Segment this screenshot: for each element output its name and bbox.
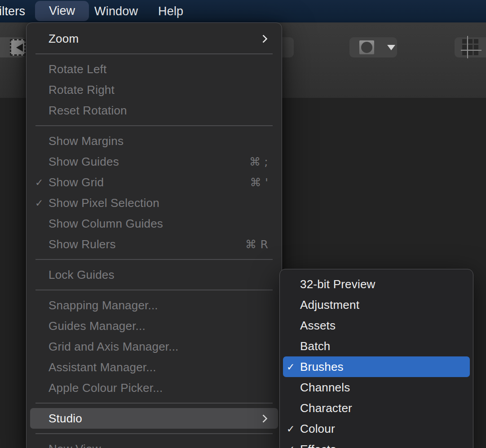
menu-separator	[35, 290, 273, 290]
submenu-item-assets[interactable]: Assets	[280, 315, 473, 336]
menu-separator	[35, 259, 273, 260]
menu-item-label: Assistant Manager...	[49, 360, 156, 374]
menubar-item-help[interactable]: Help	[158, 0, 183, 22]
menu-item-lock-guides[interactable]: Lock Guides	[27, 264, 282, 285]
menu-item-label: Lock Guides	[49, 268, 115, 282]
menu-item-show-grid[interactable]: ✓ Show Grid ⌘ '	[27, 172, 282, 193]
menu-item-label: Studio	[49, 412, 82, 426]
menu-bar: ilters View Window Help	[0, 0, 486, 22]
menu-item-show-guides[interactable]: Show Guides ⌘ ;	[27, 151, 282, 172]
submenu-item-label: Colour	[300, 422, 335, 436]
app-screen: { "menubar": { "items": [ { "label": "il…	[0, 0, 486, 448]
menu-item-label: Rotate Left	[49, 62, 106, 76]
menubar-item-filters[interactable]: ilters	[0, 0, 25, 22]
menu-item-label: Zoom	[49, 32, 79, 46]
film-frame-icon	[10, 39, 26, 56]
checkmark-icon: ✓	[287, 361, 300, 373]
menu-item-label: Apple Colour Picker...	[49, 381, 163, 395]
menu-item-grid-and-axis-manager[interactable]: Grid and Axis Manager...	[27, 336, 282, 357]
checkmark-icon: ✓	[35, 177, 49, 188]
menu-item-label: Show Grid	[49, 176, 104, 189]
dropdown-arrow-icon[interactable]	[387, 45, 395, 50]
studio-submenu: 32-bit Preview Adjustment Assets Batch ✓…	[279, 269, 473, 448]
menu-item-rotate-left[interactable]: Rotate Left	[27, 59, 282, 79]
menu-item-label: Reset Rotation	[49, 104, 127, 118]
submenu-item-label: Character	[300, 401, 352, 415]
submenu-item-adjustment[interactable]: Adjustment	[280, 294, 473, 315]
circle-icon	[361, 42, 372, 53]
mask-thumbnail-icon	[359, 40, 374, 54]
menu-separator	[35, 433, 273, 434]
menu-item-show-margins[interactable]: Show Margins	[27, 131, 282, 151]
submenu-item-label: 32-bit Preview	[300, 277, 376, 291]
submenu-item-effects[interactable]: ✓ Effects	[280, 439, 473, 448]
menu-separator	[35, 53, 273, 54]
submenu-item-character[interactable]: Character	[280, 398, 473, 418]
menu-item-apple-colour-picker[interactable]: Apple Colour Picker...	[27, 378, 282, 398]
film-frame-button[interactable]	[0, 37, 26, 57]
menu-item-label: Snapping Manager...	[49, 299, 158, 312]
menubar-item-window[interactable]: Window	[94, 0, 138, 22]
submenu-chevron-icon	[259, 414, 267, 422]
view-menu: Zoom Rotate Left Rotate Right Reset Rota…	[26, 22, 282, 448]
menu-item-label: Show Pixel Selection	[49, 196, 159, 210]
submenu-item-brushes[interactable]: ✓ Brushes	[283, 356, 470, 377]
menu-item-show-rulers[interactable]: Show Rulers ⌘ R	[27, 234, 282, 255]
shortcut-label: ⌘ ;	[249, 155, 268, 168]
menu-item-show-column-guides[interactable]: Show Column Guides	[27, 213, 282, 234]
submenu-item-label: Assets	[300, 319, 336, 333]
submenu-item-label: Brushes	[300, 360, 344, 374]
menu-item-label: Guides Manager...	[49, 319, 146, 333]
submenu-item-label: Adjustment	[300, 298, 359, 312]
menu-item-reset-rotation[interactable]: Reset Rotation	[27, 100, 282, 121]
submenu-item-label: Channels	[300, 381, 350, 395]
menubar-item-view[interactable]: View	[35, 1, 89, 21]
menu-item-rotate-right[interactable]: Rotate Right	[27, 79, 282, 100]
grid-icon	[462, 39, 478, 55]
menu-item-guides-manager[interactable]: Guides Manager...	[27, 316, 282, 336]
submenu-item-colour[interactable]: ✓ Colour	[280, 418, 473, 439]
menu-item-new-view[interactable]: New View	[27, 439, 282, 448]
shortcut-label: ⌘ '	[250, 176, 268, 189]
menu-item-show-pixel-selection[interactable]: ✓ Show Pixel Selection	[27, 193, 282, 213]
checkmark-icon: ✓	[35, 198, 49, 209]
menu-separator	[35, 403, 273, 404]
menu-item-studio[interactable]: Studio	[30, 408, 278, 429]
shortcut-label: ⌘ R	[245, 238, 268, 251]
menu-item-snapping-manager[interactable]: Snapping Manager...	[27, 295, 282, 316]
submenu-item-channels[interactable]: Channels	[280, 377, 473, 398]
grid-button[interactable]	[455, 37, 486, 57]
menu-item-zoom[interactable]: Zoom	[27, 28, 282, 49]
menu-item-label: Show Margins	[49, 134, 124, 148]
submenu-item-batch[interactable]: Batch	[280, 336, 473, 356]
menu-item-label: Show Rulers	[49, 237, 116, 251]
menu-separator	[35, 125, 273, 126]
menu-item-label: New View	[49, 442, 101, 448]
submenu-item-label: Batch	[300, 339, 331, 353]
submenu-item-label: Effects	[300, 443, 336, 448]
submenu-item-32-bit-preview[interactable]: 32-bit Preview	[280, 274, 473, 294]
checkmark-icon: ✓	[287, 423, 300, 435]
left-triangle-icon	[16, 44, 23, 52]
menu-item-label: Rotate Right	[49, 83, 115, 97]
menu-item-label: Show Guides	[49, 155, 119, 169]
menu-item-assistant-manager[interactable]: Assistant Manager...	[27, 357, 282, 378]
menu-item-label: Grid and Axis Manager...	[49, 340, 179, 354]
menu-item-label: Show Column Guides	[49, 217, 163, 231]
checkmark-icon: ✓	[287, 444, 300, 448]
mask-button[interactable]	[349, 37, 397, 57]
submenu-chevron-icon	[259, 35, 267, 43]
